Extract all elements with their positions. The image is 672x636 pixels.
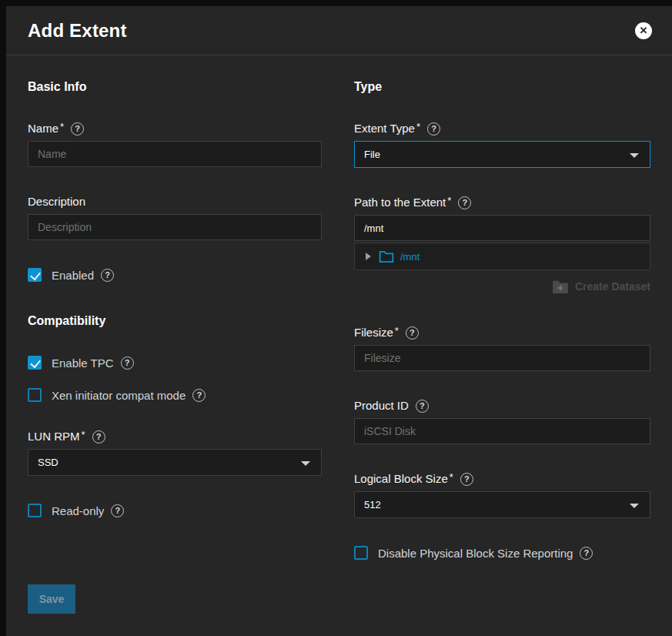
help-icon[interactable]: ? [92,430,105,444]
dialog-header: Add Extent ✕ [6,6,672,55]
chevron-down-icon [630,504,639,508]
read-only-checkbox[interactable] [28,504,42,517]
enabled-checkbox[interactable] [28,268,42,282]
section-compatibility: Compatibility [28,314,322,328]
xen-compat-checkbox[interactable] [28,388,42,402]
extent-type-label: Extent Type* ? [354,122,650,136]
help-icon[interactable]: ? [460,473,473,486]
description-field-group: Description [28,195,322,240]
disable-pbs-label: Disable Physical Block Size Reporting [378,547,573,560]
dialog-content: Basic Info Name* ? Description [6,55,672,560]
xen-compat-checkbox-row: Xen initiator compat mode ? [28,388,322,402]
lun-rpm-select[interactable]: SSD [28,449,322,476]
required-mark: * [82,428,85,442]
path-input[interactable] [354,215,650,241]
right-column: Type Extent Type* ? File Path to the Ext… [354,80,650,560]
extent-type-field-group: Extent Type* ? File [354,122,650,168]
enabled-label: Enabled [52,269,94,282]
extent-type-select[interactable]: File [354,141,650,168]
name-label: Name* ? [28,122,322,136]
screen-background: Add Extent ✕ Basic Info Name* ? [0,0,672,636]
path-tree-node[interactable]: /mnt [354,243,650,270]
close-button[interactable]: ✕ [635,22,652,39]
lun-rpm-field-group: LUN RPM* ? SSD [28,430,322,476]
help-icon[interactable]: ? [121,356,134,370]
required-mark: * [416,120,420,134]
xen-compat-label: Xen initiator compat mode [52,389,186,402]
help-icon[interactable]: ? [580,547,593,560]
filesize-field-group: Filesize* ? [354,326,650,371]
close-icon: ✕ [640,22,648,39]
save-button[interactable]: Save [28,584,75,614]
enable-tpc-label: Enable TPC [52,356,114,370]
help-icon[interactable]: ? [406,326,419,340]
product-id-input[interactable] [354,418,650,444]
expand-arrow-icon[interactable] [366,253,371,260]
read-only-label: Read-only [52,504,104,517]
disable-pbs-checkbox-row: Disable Physical Block Size Reporting ? [354,546,650,560]
left-column: Basic Info Name* ? Description [28,80,322,560]
filesize-label: Filesize* ? [354,326,650,340]
section-basic-info: Basic Info [28,80,322,94]
logical-block-size-label: Logical Block Size* ? [354,472,650,486]
required-mark: * [60,120,64,134]
product-id-field-group: Product ID ? [354,399,650,444]
description-input[interactable] [28,214,322,240]
product-id-label: Product ID ? [354,399,650,413]
name-field-group: Name* ? [28,122,322,167]
path-label: Path to the Extent* ? [354,196,650,209]
help-icon[interactable]: ? [427,122,440,136]
dialog-footer: Save [28,584,75,614]
help-icon[interactable]: ? [111,504,124,517]
lun-rpm-label: LUN RPM* ? [28,430,322,444]
path-field-group: Path to the Extent* ? /mnt [354,196,650,293]
logical-block-size-select[interactable]: 512 [354,491,650,518]
enable-tpc-checkbox[interactable] [28,356,42,370]
chevron-down-icon [630,153,639,158]
required-mark: * [450,470,453,484]
read-only-checkbox-row: Read-only ? [28,504,322,517]
name-input[interactable] [28,141,322,167]
section-type: Type [354,80,650,94]
extent-type-selected-value: File [364,149,380,160]
chevron-down-icon [301,461,310,466]
folder-icon [379,250,394,263]
required-mark: * [447,194,451,208]
create-dataset-label: Create Dataset [575,280,650,293]
create-dataset-button[interactable]: Create Dataset [552,280,650,293]
required-mark: * [395,324,399,338]
disable-pbs-checkbox[interactable] [354,546,368,560]
add-extent-dialog: Add Extent ✕ Basic Info Name* ? [6,6,672,636]
create-dataset-row: Create Dataset [354,280,650,293]
logical-block-size-field-group: Logical Block Size* ? 512 [354,472,650,518]
tree-node-label[interactable]: /mnt [400,251,420,263]
help-icon[interactable]: ? [192,389,206,402]
lun-rpm-selected-value: SSD [38,457,59,468]
help-icon[interactable]: ? [416,400,429,413]
folder-plus-icon [552,280,569,293]
description-label: Description [28,195,322,209]
help-icon[interactable]: ? [101,269,114,282]
help-icon[interactable]: ? [71,122,84,136]
page-title: Add Extent [28,20,127,42]
enable-tpc-checkbox-row: Enable TPC ? [28,356,322,370]
filesize-input[interactable] [354,345,650,371]
help-icon[interactable]: ? [458,196,471,209]
enabled-checkbox-row: Enabled ? [28,268,322,282]
logical-block-size-selected-value: 512 [364,499,381,510]
